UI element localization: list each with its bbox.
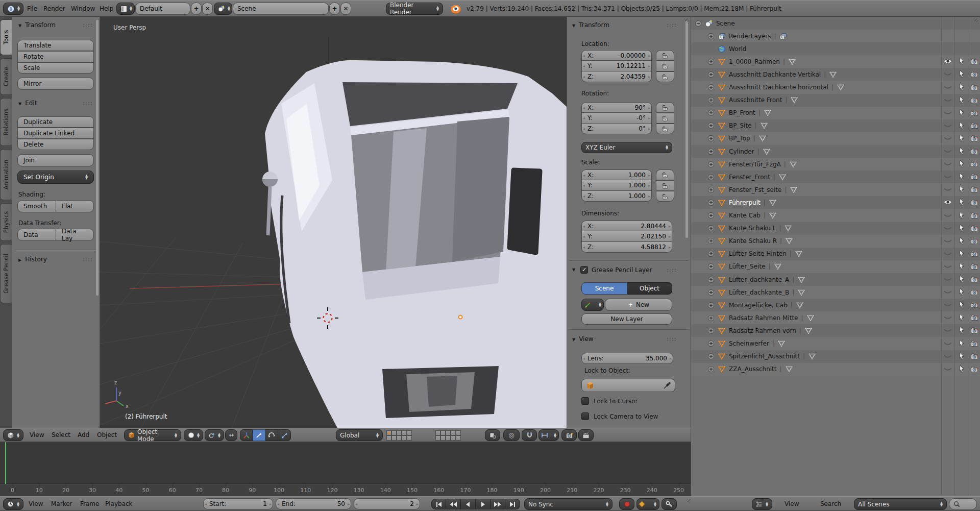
- play-button[interactable]: [476, 499, 491, 509]
- layer-toggle[interactable]: [440, 435, 446, 441]
- outliner-item-name[interactable]: World: [729, 45, 746, 53]
- layer-toggle[interactable]: [435, 435, 440, 441]
- render-engine-dropdown[interactable]: Blender Render ▲▼: [386, 3, 443, 15]
- pivot-point-dropdown[interactable]: ▲▼: [205, 429, 224, 441]
- selectable-cursor-icon[interactable]: [958, 147, 965, 155]
- menu-outliner-search[interactable]: Search: [820, 500, 841, 507]
- gp-tab-scene[interactable]: Scene: [581, 282, 627, 295]
- outliner-item-name[interactable]: Spitzenlicht_Ausschnitt: [729, 353, 800, 360]
- menu-tl-frame[interactable]: Frame: [80, 500, 99, 507]
- outliner-row-spitzenlicht-ausschnitt[interactable]: Spitzenlicht_Ausschnitt|: [691, 350, 980, 363]
- lock-camera-checkbox[interactable]: [581, 412, 589, 420]
- layer-toggle[interactable]: [402, 435, 407, 441]
- visibility-eye-closed-icon[interactable]: [943, 251, 952, 257]
- dimensions-z-field[interactable]: Z:4.58812: [581, 242, 672, 253]
- gp-brush-dropdown[interactable]: ▲▼: [581, 299, 604, 311]
- editor-type-button-timeline[interactable]: ▲▼: [3, 498, 23, 510]
- selectable-cursor-icon[interactable]: [958, 313, 965, 322]
- opengl-render-anim-button[interactable]: [578, 429, 594, 441]
- outliner-row-bp-top[interactable]: BP_Top|: [691, 132, 980, 145]
- selectable-cursor-icon[interactable]: [958, 352, 965, 360]
- current-frame-field[interactable]: 2: [354, 498, 420, 509]
- tool-shelf-tab-physics[interactable]: Physics: [0, 203, 12, 241]
- outliner-row-bp-site[interactable]: BP_Site|: [691, 119, 980, 132]
- menu-add[interactable]: Add: [78, 431, 89, 439]
- shade-flat-button[interactable]: Flat: [56, 200, 94, 212]
- tool-shelf-scrollbar[interactable]: [96, 20, 99, 296]
- outliner-row-ausschnitte-front[interactable]: Ausschnitte Front|: [691, 94, 980, 107]
- menu-help[interactable]: Help: [100, 5, 113, 12]
- panel-header-grease-pencil[interactable]: Grease Pencil Layer: [592, 266, 652, 274]
- panel-grip-icon[interactable]: [667, 24, 676, 28]
- selectable-cursor-icon[interactable]: [958, 134, 965, 142]
- outliner-item-name[interactable]: Ausschnitt Dachkante horizontal: [729, 84, 828, 91]
- tool-shelf-tab-relations[interactable]: Relations: [0, 98, 12, 146]
- outliner-row-fenster-fst-seite[interactable]: Fenster_Fst_seite|: [691, 183, 980, 196]
- renderable-camera-icon[interactable]: [970, 109, 978, 116]
- jump-to-start-button[interactable]: [431, 499, 446, 509]
- renderable-camera-icon[interactable]: [970, 288, 978, 296]
- layer-toggle[interactable]: [446, 430, 451, 435]
- renderable-camera-icon[interactable]: [970, 225, 978, 232]
- orientation-dropdown[interactable]: Global ▲▼: [336, 429, 383, 441]
- lock-toggle-button[interactable]: [656, 124, 674, 134]
- outliner-item-name[interactable]: BP_Site: [729, 122, 752, 129]
- layer-toggle[interactable]: [451, 430, 456, 435]
- layer-toggle[interactable]: [397, 430, 402, 435]
- outliner-row-radsatz-rahmen-vorn[interactable]: Radsatz Rahmen vorn|: [691, 324, 980, 337]
- location-y-field[interactable]: Y:10.12211: [581, 61, 652, 71]
- snap-element-dropdown[interactable]: ▲▼: [538, 429, 559, 441]
- panel-header-view[interactable]: ▼View: [572, 335, 594, 343]
- layers-grid-right[interactable]: [435, 430, 461, 441]
- visibility-eye-closed-icon[interactable]: [943, 353, 952, 359]
- properties-scrollbar[interactable]: [685, 21, 688, 238]
- frame-end-field[interactable]: End:50: [276, 498, 351, 509]
- menu-file[interactable]: File: [27, 5, 37, 12]
- lock-toggle-button[interactable]: [656, 169, 674, 180]
- renderable-camera-icon[interactable]: [970, 96, 978, 104]
- eyedropper-icon[interactable]: [664, 382, 671, 389]
- delete-layout-button[interactable]: ✕: [202, 3, 213, 15]
- outliner-display-dropdown[interactable]: All Scenes▲▼: [854, 498, 947, 510]
- manipulator-rotate-button[interactable]: [265, 429, 278, 441]
- outliner-item-name[interactable]: Scheinwerfer: [729, 340, 769, 347]
- duplicate-button[interactable]: Duplicate: [17, 116, 94, 128]
- outliner-item-name[interactable]: Montagelücke, Cab: [729, 302, 788, 309]
- layer-toggle[interactable]: [435, 430, 440, 435]
- renderable-camera-icon[interactable]: [970, 199, 978, 206]
- outliner-row-cylinder[interactable]: Cylinder|: [691, 145, 980, 158]
- scene-name-field[interactable]: Scene: [233, 3, 329, 15]
- renderable-camera-icon[interactable]: [970, 173, 978, 180]
- editor-type-button-info[interactable]: ▲▼: [3, 3, 23, 15]
- renderable-camera-icon[interactable]: [970, 301, 978, 308]
- layer-toggle[interactable]: [391, 430, 397, 435]
- outliner-item-name[interactable]: Lüfter_dachkante_A: [729, 276, 789, 283]
- set-origin-dropdown[interactable]: Set Origin ▲▼: [17, 171, 94, 184]
- outliner-row-fenster-front[interactable]: Fenster_Front|: [691, 171, 980, 183]
- selectable-cursor-icon[interactable]: [958, 160, 965, 168]
- dimensions-y-field[interactable]: Y:2.02150: [581, 231, 672, 242]
- lock-toggle-button[interactable]: [656, 180, 674, 191]
- layer-toggle[interactable]: [440, 430, 446, 435]
- outliner-item-name[interactable]: Lüfter_Seite: [729, 263, 766, 270]
- outliner-item-name[interactable]: Fenster_Front: [729, 174, 770, 181]
- layer-toggle[interactable]: [451, 435, 456, 441]
- outliner-row-kante-cab[interactable]: Kante Cab|: [691, 209, 980, 222]
- rotation-z-field[interactable]: Z:0°: [581, 124, 652, 134]
- selectable-cursor-icon[interactable]: [958, 326, 965, 334]
- rotation-y-field[interactable]: Y:-0°: [581, 113, 652, 124]
- rotate-button[interactable]: Rotate: [17, 51, 94, 62]
- renderable-camera-icon[interactable]: [970, 148, 978, 155]
- layer-toggle[interactable]: [386, 430, 391, 435]
- selectable-cursor-icon[interactable]: [958, 262, 965, 271]
- visibility-eye-closed-icon[interactable]: [943, 110, 952, 116]
- layer-toggle[interactable]: [402, 430, 407, 435]
- jump-to-end-button[interactable]: [505, 499, 520, 509]
- delete-button[interactable]: Delete: [17, 139, 94, 150]
- selectable-cursor-icon[interactable]: [958, 173, 965, 181]
- outliner-row-zza-ausschnitt[interactable]: ZZA_Ausschnitt|: [691, 363, 980, 376]
- visibility-eye-closed-icon[interactable]: [943, 161, 952, 167]
- visibility-eye-closed-icon[interactable]: [943, 327, 952, 333]
- lock-toggle-button[interactable]: [656, 50, 674, 61]
- manipulator-toggle-button[interactable]: ↔: [225, 429, 237, 441]
